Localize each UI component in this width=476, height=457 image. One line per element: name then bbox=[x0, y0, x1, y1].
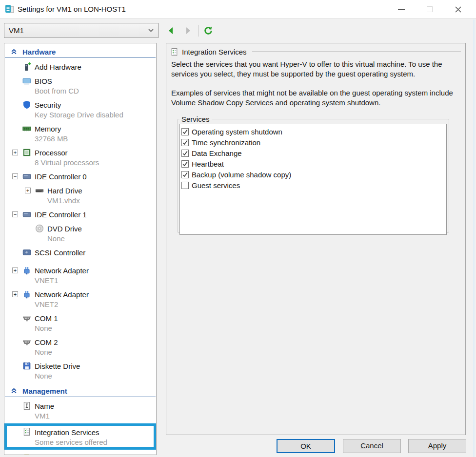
com-port-icon bbox=[22, 338, 31, 346]
tree-item-sublabel: VM1.vhdx bbox=[47, 196, 155, 206]
tree-item-security[interactable]: SecurityKey Storage Drive disabled bbox=[4, 98, 156, 120]
tree-item-label: Integration Services bbox=[35, 427, 153, 438]
tree-item-sublabel: Key Storage Drive disabled bbox=[35, 110, 155, 120]
ide-controller-icon bbox=[22, 172, 31, 181]
tree-item-sublabel: None bbox=[35, 371, 155, 381]
chevron-down-icon bbox=[148, 29, 154, 32]
tree-item-sublabel: 8 Virtual processors bbox=[35, 158, 155, 168]
tree-item-label: Memory bbox=[35, 124, 155, 134]
collapse-toggle[interactable]: − bbox=[12, 173, 18, 179]
service-row-operating-system-shutdown: Operating system shutdown bbox=[181, 126, 445, 137]
tree-item-sublabel: VNET2 bbox=[35, 300, 155, 309]
ide-controller-icon bbox=[22, 210, 31, 219]
tree-item-sublabel: Some services offered bbox=[35, 438, 153, 447]
navigate-forward-button[interactable] bbox=[181, 24, 194, 37]
tree-section-divider bbox=[5, 397, 156, 397]
tree-item-label: Diskette Drive bbox=[35, 361, 155, 371]
scsi-controller-icon bbox=[22, 248, 31, 257]
checkbox-checked[interactable] bbox=[181, 160, 189, 168]
close-button[interactable] bbox=[444, 0, 472, 19]
tree-section-header-hardware[interactable]: Hardware bbox=[4, 44, 156, 57]
pane-description-1: Select the services that you want Hyper-… bbox=[171, 59, 459, 79]
services-groupbox: Services Operating system shutdownTime s… bbox=[177, 115, 449, 233]
security-icon bbox=[22, 100, 31, 109]
tree-item-sublabel: None bbox=[47, 234, 155, 244]
tree-item-name[interactable]: NameVM1 bbox=[4, 400, 156, 421]
tree-item-label: COM 1 bbox=[35, 313, 155, 324]
navigate-back-button[interactable] bbox=[165, 24, 178, 37]
tree-item-ide-controller-0[interactable]: −IDE Controller 0 bbox=[4, 170, 156, 182]
forward-arrow-icon bbox=[184, 27, 192, 35]
checkbox-checked[interactable] bbox=[181, 150, 189, 157]
tree-item-com-1[interactable]: COM 1None bbox=[4, 312, 156, 333]
tree-item-com-2[interactable]: COM 2None bbox=[4, 336, 156, 357]
tree-item-sublabel: 32768 MB bbox=[35, 134, 155, 144]
tree-section-header-management[interactable]: Management bbox=[4, 383, 156, 397]
tree-item-checkpoints[interactable]: CheckpointsProduction bbox=[4, 451, 156, 455]
tree-item-scsi-controller[interactable]: SCSI Controller bbox=[4, 246, 156, 258]
tree-item-ide-controller-1[interactable]: −IDE Controller 1 bbox=[4, 208, 156, 220]
back-arrow-icon bbox=[167, 27, 175, 35]
checkbox-checked[interactable] bbox=[181, 139, 189, 146]
memory-icon bbox=[22, 124, 31, 133]
tree-section-label: Hardware bbox=[22, 48, 56, 56]
service-label: Guest services bbox=[192, 181, 240, 190]
processor-icon bbox=[22, 148, 31, 157]
toolbar-separator bbox=[198, 25, 198, 37]
service-label: Operating system shutdown bbox=[192, 128, 282, 136]
tree-item-hard-drive[interactable]: +Hard DriveVM1.vhdx bbox=[4, 184, 156, 206]
window-edge bbox=[473, 19, 475, 457]
apply-button[interactable]: Apply bbox=[408, 439, 466, 453]
tree-item-network-adapter[interactable]: +Network AdapterVNET2 bbox=[4, 288, 156, 309]
service-label: Heartbeat bbox=[192, 160, 224, 168]
bios-icon bbox=[22, 76, 31, 85]
expand-toggle[interactable]: + bbox=[12, 267, 18, 273]
settings-navigation-tree: HardwareAdd HardwareBIOSBoot from CDSecu… bbox=[4, 43, 157, 455]
cancel-button[interactable]: Cancel bbox=[343, 439, 401, 453]
refresh-button[interactable] bbox=[202, 24, 215, 37]
service-row-guest-services: Guest services bbox=[181, 180, 445, 190]
tree-item-dvd-drive[interactable]: DVD DriveNone bbox=[4, 222, 156, 244]
hard-drive-icon bbox=[35, 186, 44, 195]
vm-selector-dropdown[interactable]: VM1 bbox=[4, 23, 159, 38]
tree-item-sublabel: VM1 bbox=[35, 411, 155, 421]
collapse-toggle[interactable]: − bbox=[12, 211, 18, 217]
tree-item-label: IDE Controller 0 bbox=[35, 171, 155, 182]
tree-item-label: COM 2 bbox=[35, 337, 155, 347]
checkpoints-icon bbox=[22, 453, 31, 455]
tree-item-memory[interactable]: Memory32768 MB bbox=[4, 122, 156, 144]
tree-item-label: Hard Drive bbox=[47, 186, 155, 196]
diskette-drive-icon bbox=[22, 362, 31, 370]
tree-item-label: BIOS bbox=[35, 76, 155, 86]
tree-item-label: DVD Drive bbox=[47, 224, 155, 234]
checkbox-checked[interactable] bbox=[181, 128, 189, 135]
tree-item-add-hardware[interactable]: Add Hardware bbox=[4, 60, 156, 72]
pane-title: Integration Services bbox=[182, 48, 247, 56]
checkbox-checked[interactable] bbox=[181, 171, 189, 178]
dvd-drive-icon bbox=[35, 224, 44, 233]
network-adapter-icon bbox=[22, 266, 31, 275]
tree-item-network-adapter[interactable]: +Network AdapterVNET1 bbox=[4, 264, 156, 286]
tree-item-integration-services[interactable]: Integration ServicesSome services offere… bbox=[4, 423, 156, 450]
service-row-data-exchange: Data Exchange bbox=[181, 148, 445, 158]
integration-services-pane: Integration Services Select the services… bbox=[166, 43, 466, 435]
service-label: Backup (volume shadow copy) bbox=[192, 171, 291, 179]
tree-item-label: IDE Controller 1 bbox=[35, 209, 155, 220]
minimize-button[interactable] bbox=[387, 0, 416, 19]
expand-toggle[interactable]: + bbox=[12, 150, 18, 155]
expand-toggle[interactable]: + bbox=[12, 291, 18, 297]
service-label: Data Exchange bbox=[192, 149, 242, 157]
expand-toggle[interactable]: + bbox=[25, 188, 31, 193]
tree-item-sublabel: None bbox=[35, 347, 155, 357]
tree-item-diskette-drive[interactable]: Diskette DriveNone bbox=[4, 360, 156, 381]
tree-section-divider bbox=[5, 57, 156, 58]
tree-item-label: Network Adapter bbox=[35, 289, 155, 300]
window-title: Settings for VM1 on LON-HOST1 bbox=[18, 0, 126, 19]
services-listbox: Operating system shutdownTime synchroniz… bbox=[179, 124, 447, 235]
service-row-time-synchronization: Time synchronization bbox=[181, 137, 445, 148]
tree-item-processor[interactable]: +Processor8 Virtual processors bbox=[4, 146, 156, 168]
tree-item-bios[interactable]: BIOSBoot from CD bbox=[4, 75, 156, 96]
maximize-icon bbox=[427, 6, 433, 12]
ok-button[interactable]: OK bbox=[277, 439, 335, 453]
checkbox-unchecked[interactable] bbox=[181, 182, 189, 189]
